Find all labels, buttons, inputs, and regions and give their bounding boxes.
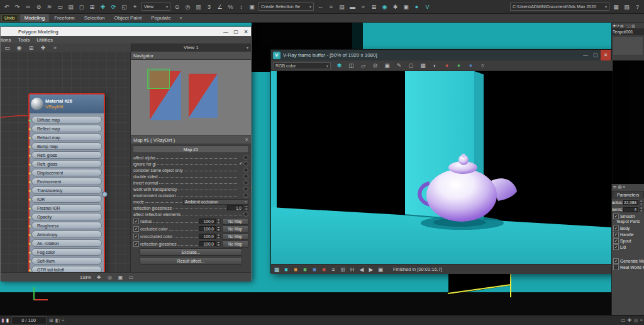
vfb-history-icon[interactable]: ▦ (273, 265, 280, 275)
value-spinner[interactable]: ▴▾ (639, 200, 643, 205)
spinner-down-icon[interactable]: ▾ (216, 221, 221, 224)
modify-tab-icon[interactable]: ⟳ (616, 23, 619, 28)
part-checkbox[interactable]: ✓ (613, 225, 619, 231)
material-slot[interactable]: ● Anisotropy (31, 231, 102, 238)
slot-connector-dot[interactable]: ● (28, 268, 31, 272)
grid-toggle-icon[interactable]: ▭ (621, 317, 626, 323)
material-slot[interactable]: ● Refract map (31, 134, 102, 141)
named-selection-sets-icon[interactable]: ▣ (247, 2, 257, 12)
coordinate-display-icon[interactable]: ≡ (62, 317, 65, 323)
minimize-button[interactable]: — (580, 50, 591, 60)
parameter-toggle[interactable] (243, 168, 248, 173)
select-place-icon[interactable]: ⌖ (130, 2, 140, 12)
parameter-value-field[interactable]: 100,0 (199, 241, 216, 246)
schematic-view-icon[interactable]: ⊞ (369, 2, 379, 12)
compare-images-icon[interactable]: ▦ (418, 60, 428, 71)
ribbon-tab[interactable]: Object Paint (110, 14, 147, 22)
node-output-connector[interactable] (102, 191, 108, 197)
material-slot[interactable]: ● Fresnel IOR (31, 204, 102, 212)
redo-icon[interactable]: ↷ (13, 2, 22, 12)
navigator-titlebar[interactable]: Navigator (131, 52, 251, 60)
rendered-frame-icon[interactable]: ▣ (401, 2, 411, 12)
zoom-extents-icon[interactable]: ▭ (126, 272, 136, 282)
mono-channel-icon[interactable]: ○ (478, 60, 487, 71)
spinner-down-icon[interactable]: ▾ (216, 236, 221, 239)
value-spinner[interactable]: ▴▾ (216, 226, 221, 232)
map-enable-checkbox[interactable]: ✓ (133, 226, 139, 232)
material-slot[interactable]: ● An. rotation (31, 239, 102, 247)
snap-toggle-icon[interactable]: 3 (204, 2, 214, 12)
slot-connector-dot[interactable]: ● (28, 180, 31, 184)
material-node-header[interactable]: Material #26 VRayMtl (30, 94, 104, 113)
spinner-snap-icon[interactable]: ↕ (236, 2, 246, 12)
ribbon-tab[interactable]: Freeform (50, 14, 79, 22)
material-editor-icon[interactable]: ◉ (380, 2, 389, 12)
listener-output-icon[interactable]: ▮ (6, 317, 8, 323)
value-spinner[interactable]: ▴▾ (216, 234, 221, 239)
maximize-button[interactable]: ▢ (591, 50, 601, 60)
value-spinner[interactable]: ▴▾ (216, 241, 221, 247)
vfb-lut-icon[interactable]: ≡ (330, 265, 337, 275)
ribbon-tab[interactable]: Modeling (20, 14, 49, 22)
smooth-checkbox[interactable]: ✓ (613, 214, 619, 219)
vfb-stamp-icon[interactable]: ▣ (377, 265, 384, 275)
blue-channel-icon[interactable]: ● (466, 60, 475, 71)
align-icon[interactable]: ≡ (326, 2, 336, 12)
vfb-color-balance-icon[interactable]: ■ (301, 265, 309, 275)
load-image-icon[interactable]: ▱ (358, 60, 368, 71)
parameter-toggle[interactable] (243, 161, 248, 166)
percent-snap-icon[interactable]: % (226, 2, 235, 12)
slot-connector-dot[interactable]: ● (28, 188, 31, 193)
vfb-next-image-icon[interactable]: ▶ (367, 265, 375, 275)
show-end-result-icon[interactable]: ▤ (618, 185, 621, 190)
pan-view-icon[interactable]: ✚ (94, 272, 104, 282)
undo-icon[interactable]: ↶ (2, 2, 11, 12)
spinner-down-icon[interactable]: ▾ (244, 208, 248, 211)
map-panel-titlebar[interactable]: Map #1 ( VRayDirt ) ✕ (131, 136, 251, 144)
parameter-value-field[interactable]: 100,0 (199, 219, 216, 224)
slot-connector-dot[interactable]: ● (28, 250, 31, 254)
vfb-histogram-icon[interactable]: H (348, 265, 356, 275)
save-image-icon[interactable]: ◫ (347, 60, 356, 71)
ribbon-toggle-icon[interactable]: ▬ (348, 2, 357, 12)
occlusion-mode-dropdown[interactable]: Ambient occlusion ▾ (183, 199, 248, 205)
material-slot[interactable]: ● Roughness (31, 222, 102, 229)
zoom-region-icon[interactable]: ▣ (116, 272, 125, 282)
display-tab-icon[interactable]: ▢ (627, 23, 631, 28)
slot-connector-dot[interactable]: ● (28, 197, 31, 202)
parameter-toggle[interactable] (243, 155, 248, 160)
slot-connector-dot[interactable]: ● (28, 259, 31, 263)
region-render-icon[interactable]: ◻ (406, 60, 416, 71)
reference-coordinate-dropdown[interactable]: View ▾ (142, 3, 170, 11)
vfb-icc-icon[interactable]: ⊞ (339, 265, 347, 275)
mirror-icon[interactable]: ⇔ (316, 2, 325, 12)
green-channel-icon[interactable]: ● (454, 60, 464, 71)
select-link-icon[interactable]: ∞ (23, 2, 33, 12)
gloss-value-field[interactable]: 1,0 (227, 205, 243, 210)
parameters-rollout-header[interactable]: Parameters (612, 191, 644, 198)
material-slot[interactable]: ● GTR tail falloff (31, 266, 102, 272)
rendered-image-area[interactable] (271, 71, 613, 264)
slot-connector-dot[interactable]: ● (28, 232, 31, 237)
map-slot-button[interactable]: No Map (222, 233, 248, 240)
select-rotate-icon[interactable]: ⟳ (109, 2, 118, 12)
clear-image-icon[interactable]: ⊘ (370, 60, 380, 71)
material-slot[interactable]: ● Environment (31, 178, 102, 185)
create-tab-icon[interactable]: ✚ (613, 23, 616, 28)
project-path-dropdown[interactable]: C:\Users\ADMIN\Documenti\3ds Max 2020 ▾ (510, 3, 609, 11)
radius-value-field[interactable]: 22,088 (623, 200, 638, 205)
map-enable-checkbox[interactable]: ✓ (133, 234, 139, 239)
slot-connector-dot[interactable]: ● (28, 118, 31, 122)
map-slot-button[interactable]: No Map (222, 241, 248, 248)
slot-connector-dot[interactable]: ● (28, 153, 31, 157)
bind-spacewarp-icon[interactable]: ≋ (45, 2, 54, 12)
node-graph-view[interactable]: Material #26 VRayMtl ● Diffuse map (1, 52, 131, 272)
vfb-levels-icon[interactable]: ■ (311, 265, 318, 275)
material-slot[interactable]: ● Self-illum (31, 257, 102, 265)
unlink-selection-icon[interactable]: ⊘ (34, 2, 43, 12)
maxscript-listener-icon[interactable]: ▮ (1, 317, 4, 323)
create-selection-set-dropdown[interactable]: Create Selection Se ▾ (258, 3, 314, 11)
slot-connector-dot[interactable]: ● (28, 206, 31, 210)
material-slot[interactable]: ● Translucency (31, 186, 102, 194)
vfb-curves-icon[interactable]: ■ (320, 265, 328, 275)
